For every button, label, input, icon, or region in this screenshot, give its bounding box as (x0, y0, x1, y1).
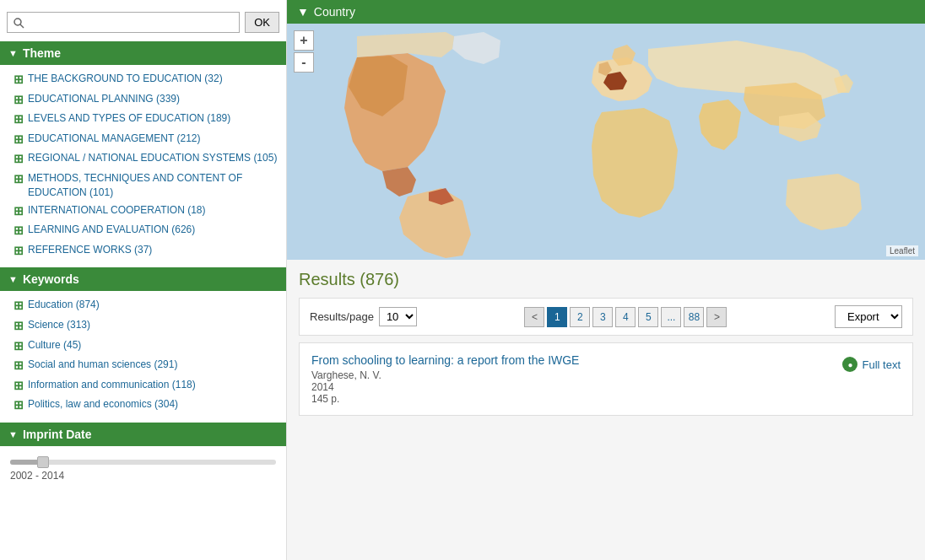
plus-icon: ⊞ (14, 397, 24, 414)
plus-icon: ⊞ (14, 318, 24, 335)
keywords-facet-item[interactable]: ⊞Social and human sciences (291) (0, 356, 286, 376)
result-author: Varghese, N. V. (311, 369, 579, 381)
theme-facet-list: ⊞THE BACKGROUND TO EDUCATION (32)⊞EDUCAT… (0, 67, 286, 264)
plus-icon: ⊞ (14, 151, 24, 168)
plus-icon: ⊞ (14, 243, 24, 260)
keywords-facet-link[interactable]: Education (874) (28, 298, 100, 312)
plus-icon: ⊞ (14, 111, 24, 128)
leaflet-credit[interactable]: Leaflet (886, 245, 918, 256)
map-zoom-out-button[interactable]: - (294, 52, 314, 73)
search-input[interactable] (7, 12, 240, 33)
theme-section-header[interactable]: ▼ Theme (0, 41, 286, 65)
pagination-page-button[interactable]: 3 (592, 307, 613, 327)
theme-facet-link[interactable]: EDUCATIONAL PLANNING (339) (28, 92, 180, 106)
pagination-prev-button[interactable]: < (524, 307, 544, 327)
theme-chevron-icon: ▼ (8, 48, 18, 58)
theme-facet-link[interactable]: LEVELS AND TYPES OF EDUCATION (189) (28, 111, 230, 126)
export-select[interactable]: Export (835, 305, 902, 328)
theme-facet-item[interactable]: ⊞METHODS, TECHNIQUES AND CONTENT OF EDUC… (0, 170, 286, 202)
imprint-section-header[interactable]: ▼ Imprint Date (0, 423, 286, 446)
keywords-section-header[interactable]: ▼ Keywords (0, 267, 286, 291)
results-controls: Results/page 10 25 50 <12345...88> Expor… (299, 298, 913, 336)
result-actions: ● Full text (842, 353, 901, 372)
theme-facet-link[interactable]: INTERNATIONAL COOPERATION (18) (28, 203, 205, 218)
theme-facet-item[interactable]: ⊞REGIONAL / NATIONAL EDUCATION SYSTEMS (… (0, 149, 286, 170)
imprint-chevron-icon: ▼ (8, 429, 18, 439)
result-card: From schooling to learning: a report fro… (299, 342, 913, 416)
keywords-facet-item[interactable]: ⊞Culture (45) (0, 337, 286, 357)
results-per-page-select[interactable]: 10 25 50 (379, 307, 417, 326)
plus-icon: ⊞ (14, 358, 24, 374)
map-container: + - (287, 24, 925, 260)
pagination-page-button[interactable]: 1 (547, 307, 567, 327)
theme-facet-link[interactable]: METHODS, TECHNIQUES AND CONTENT OF EDUCA… (28, 171, 278, 200)
full-text-icon: ● (842, 357, 857, 372)
map-zoom-in-button[interactable]: + (294, 30, 314, 51)
right-panel: ▼ Country + - (287, 0, 925, 560)
search-ok-button[interactable]: OK (245, 12, 279, 33)
plus-icon: ⊞ (14, 298, 24, 315)
pagination-page-button[interactable]: 5 (638, 307, 658, 327)
theme-section-label: Theme (23, 46, 61, 60)
map-chevron-icon: ▼ (297, 5, 309, 19)
result-title: From schooling to learning: a report fro… (311, 353, 579, 367)
result-title-link[interactable]: From schooling to learning: a report fro… (311, 353, 579, 367)
keywords-facet-item[interactable]: ⊞Information and communication (118) (0, 376, 286, 396)
keywords-facet-item[interactable]: ⊞Education (874) (0, 296, 286, 316)
map-header-label: Country (314, 5, 355, 19)
results-per-page-label: Results/page (310, 310, 374, 323)
left-panel: OK ▼ Theme ⊞THE BACKGROUND TO EDUCATION … (0, 0, 287, 560)
pagination-page-button[interactable]: 88 (684, 307, 704, 327)
keywords-facet-link[interactable]: Social and human sciences (291) (28, 358, 177, 372)
imprint-range-label: 2002 - 2014 (10, 470, 276, 482)
theme-facet-link[interactable]: EDUCATIONAL MANAGEMENT (212) (28, 132, 200, 146)
map-section: ▼ Country + - (287, 0, 925, 260)
result-pages: 145 p. (311, 393, 579, 405)
theme-facet-item[interactable]: ⊞EDUCATIONAL MANAGEMENT (212) (0, 130, 286, 150)
pagination-page-button[interactable]: 4 (615, 307, 636, 327)
plus-icon: ⊞ (14, 223, 24, 240)
slider-thumb[interactable] (37, 456, 49, 468)
theme-facet-item[interactable]: ⊞REFERENCE WORKS (37) (0, 241, 286, 261)
imprint-section-label: Imprint Date (23, 428, 92, 441)
theme-facet-item[interactable]: ⊞LEVELS AND TYPES OF EDUCATION (189) (0, 110, 286, 130)
theme-facet-link[interactable]: THE BACKGROUND TO EDUCATION (32) (28, 72, 223, 86)
theme-facet-item[interactable]: ⊞INTERNATIONAL COOPERATION (18) (0, 202, 286, 222)
results-per-page: Results/page 10 25 50 (310, 307, 417, 326)
plus-icon: ⊞ (14, 203, 24, 220)
theme-facet-item[interactable]: ⊞THE BACKGROUND TO EDUCATION (32) (0, 70, 286, 90)
map-controls: + - (294, 30, 314, 73)
plus-icon: ⊞ (14, 378, 24, 395)
results-title: Results (876) (299, 270, 913, 289)
plus-icon: ⊞ (14, 132, 24, 148)
result-year: 2014 (311, 381, 579, 393)
keywords-facet-link[interactable]: Science (313) (28, 318, 90, 332)
pagination-page-button[interactable]: ... (661, 307, 681, 327)
world-map-svg (287, 24, 925, 260)
plus-icon: ⊞ (14, 92, 24, 109)
keywords-facet-item[interactable]: ⊞Science (313) (0, 316, 286, 337)
results-section: Results (876) Results/page 10 25 50 <123… (287, 260, 925, 416)
theme-facet-link[interactable]: LEARNING AND EVALUATION (626) (28, 223, 195, 237)
map-header[interactable]: ▼ Country (287, 0, 925, 24)
keywords-section-label: Keywords (23, 272, 79, 286)
theme-facet-link[interactable]: REFERENCE WORKS (37) (28, 243, 152, 257)
pagination-next-button[interactable]: > (706, 307, 727, 327)
plus-icon: ⊞ (14, 72, 24, 89)
plus-icon: ⊞ (14, 338, 24, 355)
imprint-slider-section: 2002 - 2014 (0, 448, 286, 485)
keywords-facet-link[interactable]: Information and communication (118) (28, 378, 196, 392)
keywords-facet-list: ⊞Education (874)⊞Science (313)⊞Culture (… (0, 293, 286, 419)
pagination-page-button[interactable]: 2 (570, 307, 590, 327)
keywords-chevron-icon: ▼ (8, 274, 18, 284)
keywords-facet-item[interactable]: ⊞Politics, law and economics (304) (0, 396, 286, 416)
theme-facet-item[interactable]: ⊞EDUCATIONAL PLANNING (339) (0, 90, 286, 110)
theme-facet-item[interactable]: ⊞LEARNING AND EVALUATION (626) (0, 221, 286, 241)
full-text-link[interactable]: ● Full text (842, 357, 901, 372)
keywords-facet-link[interactable]: Politics, law and economics (304) (28, 397, 178, 412)
theme-facet-link[interactable]: REGIONAL / NATIONAL EDUCATION SYSTEMS (1… (28, 151, 277, 165)
slider-track (10, 460, 276, 465)
result-cards-container: From schooling to learning: a report fro… (299, 342, 913, 416)
keywords-facet-link[interactable]: Culture (45) (28, 338, 81, 353)
result-info: From schooling to learning: a report fro… (311, 353, 579, 405)
